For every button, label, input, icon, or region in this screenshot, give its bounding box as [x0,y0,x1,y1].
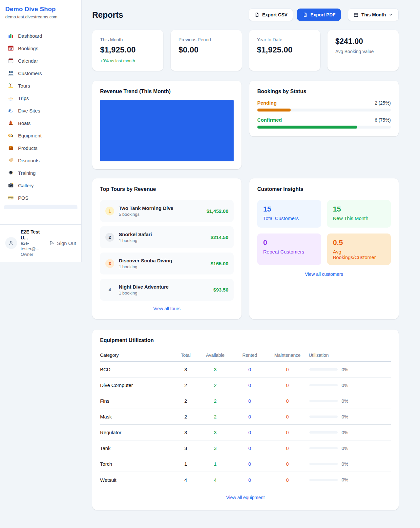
insight-tiles: 15 Total Customers 15 New This Month 0 R… [257,200,391,265]
view-all-equipment-link[interactable]: View all equipment [100,495,391,500]
tile-label: Total Customers [263,215,315,221]
export-pdf-label: Export PDF [310,12,335,17]
tour-revenue: $93.50 [213,287,228,293]
tile-value: 15 [263,205,315,213]
cell-available: 3 [197,430,233,435]
cell-utilization: 0% [309,367,391,372]
tile-value: 0.5 [333,238,385,247]
table-row: BCD 3 3 0 0 0% [100,362,391,377]
stats-grid: This Month $1,925.00 +0% vs last month P… [92,30,399,71]
utilization-bar-track [309,400,338,402]
column-header: Utilization [309,353,391,358]
cell-category: Regulator [100,430,174,435]
sign-out-button[interactable]: Sign Out [49,240,76,246]
cell-total: 3 [174,430,197,435]
bookings-by-status-title: Bookings by Status [257,89,391,94]
sidebar-item-bookings[interactable]: 17 Bookings [4,42,77,54]
utilization-bar-track [309,479,338,481]
customer-insights-title: Customer Insights [257,186,391,192]
cell-available: 2 [197,382,233,388]
column-header: Available [197,353,233,358]
stat-value: $0.00 [178,45,234,54]
sidebar-item-label: Discounts [18,158,40,163]
tour-bookings: 1 booking [119,238,206,243]
cell-rented: 0 [233,398,266,404]
insight-tile-avg-bookings: 0.5 Avg Bookings/Customer [327,234,391,265]
sidebar-item-products[interactable]: Products [4,142,77,154]
sidebar-item-label: POS [18,195,29,201]
cell-category: Fins [100,398,174,404]
period-dropdown[interactable]: This Month [348,9,399,21]
sidebar-item-label: Products [18,145,37,151]
utilization-bar-track [309,431,338,434]
equipment-icon [8,132,14,138]
sidebar-item-equipment[interactable]: Equipment [4,129,77,142]
tile-value: 0 [263,238,315,247]
export-csv-button[interactable]: Export CSV [249,9,293,21]
sidebar-user-section: E2E Test U... e2e-tester@... Owner Sign … [0,224,81,262]
sidebar-item-customers[interactable]: Customers [4,67,77,79]
export-pdf-button[interactable]: Export PDF [297,9,341,21]
sidebar-item-boats[interactable]: Boats [4,117,77,129]
trips-icon [8,95,14,101]
sidebar: Demo Dive Shop demo.test.divestreams.com… [0,0,82,262]
sidebar-item-reports-active[interactable] [4,205,77,209]
page-title: Reports [92,10,123,20]
sidebar-item-label: Tours [18,83,30,89]
stat-value: $241.00 [335,37,391,46]
stat-card-this-month: This Month $1,925.00 +0% vs last month [92,30,163,71]
tour-row[interactable]: 3 Discover Scuba Diving 1 booking $165.0… [100,253,234,274]
table-row: Fins 2 2 0 0 0% [100,393,391,409]
tour-bookings: 5 bookings [119,212,202,217]
cell-available: 2 [197,398,233,404]
status-label: Pending [257,100,277,106]
tile-label: Avg Bookings/Customer [333,249,385,260]
cell-utilization: 0% [309,446,391,451]
sidebar-item-calendar[interactable]: Calendar [4,54,77,67]
tile-label: New This Month [333,215,385,221]
view-all-tours-link[interactable]: View all tours [100,306,234,311]
stat-card-avg-booking-value: $241.00 Avg Booking Value [327,30,399,71]
cell-category: Mask [100,414,174,419]
sidebar-item-training[interactable]: Training [4,167,77,179]
sidebar-item-label: Dashboard [18,33,42,39]
sidebar-item-trips[interactable]: Trips [4,92,77,104]
user-email: e2e-tester@... [21,241,46,252]
tour-row[interactable]: 4 Night Dive Adventure 1 booking $93.50 [100,279,234,301]
sidebar-header: Demo Dive Shop demo.test.divestreams.com [0,0,81,24]
cell-available: 1 [197,461,233,467]
cell-utilization: 0% [309,461,391,467]
cell-total: 2 [174,414,197,419]
sign-out-icon [49,240,55,246]
sidebar-item-tours[interactable]: Tours [4,79,77,92]
cell-utilization: 0% [309,414,391,419]
cell-maintenance: 0 [266,367,309,372]
stat-value: $1,925.00 [100,45,156,54]
revenue-trend-title: Revenue Trend (This Month) [100,89,234,94]
utilization-percent: 0% [342,477,348,482]
main-content: Reports Export CSV Export PDF This Month… [82,0,420,523]
rank-badge: 2 [105,233,114,242]
cell-maintenance: 0 [266,398,309,404]
utilization-percent: 0% [342,414,348,419]
cell-total: 3 [174,367,197,372]
export-csv-label: Export CSV [262,12,287,17]
cell-available: 4 [197,477,233,483]
insights-row: Top Tours by Revenue 1 Two Tank Morning … [92,178,399,319]
status-bar-track [257,126,391,129]
sidebar-item-dashboard[interactable]: Dashboard [4,30,77,42]
shop-domain: demo.test.divestreams.com [5,14,76,19]
tour-row[interactable]: 1 Two Tank Morning Dive 5 bookings $1,45… [100,200,234,222]
sidebar-item-dive-sites[interactable]: Dive Sites [4,104,77,117]
cell-maintenance: 0 [266,382,309,388]
sidebar-item-gallery[interactable]: Gallery [4,179,77,192]
view-all-customers-link[interactable]: View all customers [257,272,391,277]
calendar-icon [353,12,359,17]
utilization-bar-track [309,416,338,418]
sidebar-item-discounts[interactable]: Discounts [4,154,77,167]
cell-rented: 0 [233,382,266,388]
sidebar-item-pos[interactable]: POS [4,192,77,204]
sidebar-item-label: Equipment [18,133,42,138]
tour-row[interactable]: 2 Snorkel Safari 1 booking $214.50 [100,226,234,248]
svg-text:17: 17 [10,48,12,50]
